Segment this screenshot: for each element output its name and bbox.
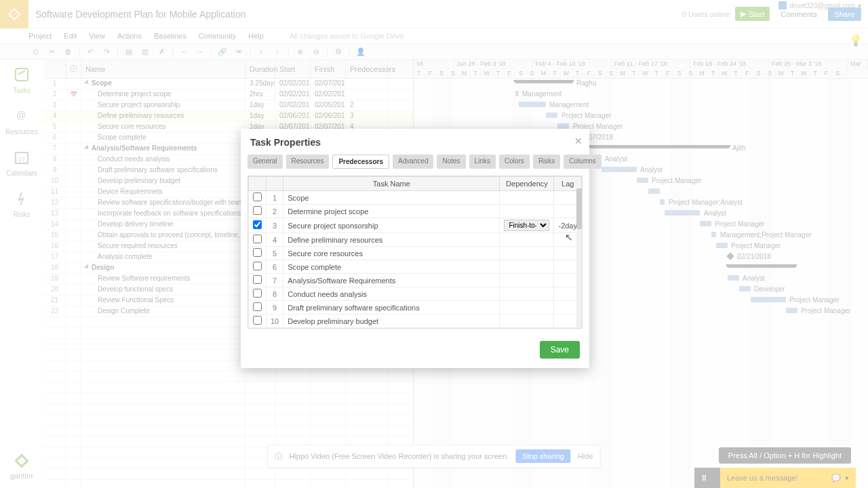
row-checkbox[interactable] <box>253 262 262 270</box>
task-properties-modal: Task Properties ✕ GeneralResourcesPredec… <box>241 129 589 368</box>
dependency-select[interactable]: Finish-to-Start <box>504 220 549 231</box>
predecessor-row[interactable]: 3 Secure project sponsorship Finish-to-S… <box>249 218 582 233</box>
modal-tab-notes[interactable]: Notes <box>437 155 465 169</box>
modal-tab-predecessors[interactable]: Predecessors <box>332 155 389 169</box>
modal-tab-risks[interactable]: Risks <box>533 155 560 169</box>
predecessor-row[interactable]: 7 Analysis/Software Requirements <box>249 274 582 287</box>
row-checkbox[interactable] <box>253 316 262 325</box>
col-check <box>249 177 267 191</box>
modal-tab-columns[interactable]: Columns <box>564 155 601 169</box>
modal-scrollbar[interactable] <box>576 188 582 328</box>
col-num <box>267 177 283 191</box>
predecessor-row[interactable]: 10 Develop preliminary budget <box>249 314 582 328</box>
modal-tab-colors[interactable]: Colors <box>499 155 530 169</box>
modal-close-button[interactable]: ✕ <box>574 136 583 146</box>
modal-tab-advanced[interactable]: Advanced <box>393 155 433 169</box>
save-button[interactable]: Save <box>540 341 580 359</box>
row-checkbox[interactable] <box>253 248 262 257</box>
predecessor-row[interactable]: 1 Scope <box>249 191 582 205</box>
predecessor-row[interactable]: 5 Secure core resources <box>249 247 582 260</box>
row-checkbox[interactable] <box>253 302 262 311</box>
row-checkbox[interactable] <box>253 289 262 298</box>
cursor-icon: ↖ <box>565 232 573 243</box>
modal-tab-general[interactable]: General <box>248 155 283 169</box>
row-checkbox[interactable] <box>253 192 262 201</box>
modal-tab-resources[interactable]: Resources <box>286 155 330 169</box>
predecessor-row[interactable]: 9 Draft preliminary software specificati… <box>249 301 582 314</box>
row-checkbox[interactable] <box>253 275 262 284</box>
row-checkbox[interactable] <box>253 206 262 215</box>
modal-title: Task Properties <box>241 129 589 155</box>
predecessors-table: Task Name Dependency Lag 1 Scope 2 Deter… <box>248 176 582 328</box>
col-dep: Dependency <box>500 177 554 191</box>
col-taskname: Task Name <box>283 177 500 191</box>
predecessor-row[interactable]: 6 Scope complete <box>249 260 582 274</box>
row-checkbox[interactable] <box>253 220 262 229</box>
modal-tab-links[interactable]: Links <box>469 155 496 169</box>
predecessor-row[interactable]: 4 Define preliminary resources <box>249 233 582 247</box>
row-checkbox[interactable] <box>253 235 262 243</box>
predecessor-row[interactable]: 8 Conduct needs analysis <box>249 287 582 301</box>
predecessor-row[interactable]: 2 Determine project scope <box>249 205 582 218</box>
